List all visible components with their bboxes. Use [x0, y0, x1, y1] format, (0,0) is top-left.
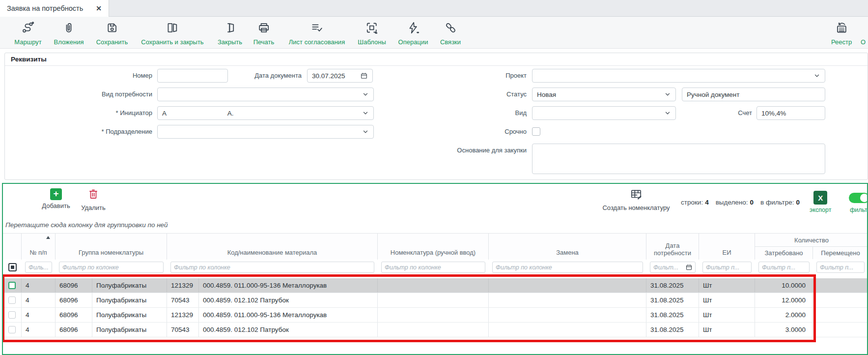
row-checkbox[interactable] [8, 282, 16, 289]
clipped-toolbar-button[interactable]: О [861, 38, 866, 46]
tab-close-icon[interactable]: ✕ [96, 4, 102, 12]
department-select[interactable] [157, 125, 374, 139]
filter-input-replace[interactable] [492, 262, 643, 273]
toggle-knob [860, 194, 868, 202]
cell-material-code: 70543 [167, 293, 199, 307]
column-header-material[interactable]: Код/наименование материала [167, 234, 378, 260]
row-checkbox[interactable] [8, 311, 16, 319]
urgent-label: Срочно [379, 125, 527, 139]
templates-button[interactable]: Шаблоны [358, 21, 386, 46]
cell-num: 4 [22, 293, 56, 307]
cell-unit: Шт [699, 323, 755, 337]
calendar-icon[interactable] [685, 264, 693, 271]
filter-input-requested[interactable] [758, 262, 810, 273]
toolbar-label: Связки [440, 38, 461, 46]
cell-material-name: 000.4859. 011.000-95-136 Металлорукав [199, 308, 378, 322]
purchase-reason-textarea[interactable] [532, 144, 825, 174]
tab-bar: Заявка на потребность ✕ [0, 0, 868, 17]
tab-request[interactable]: Заявка на потребность ✕ [0, 0, 109, 17]
department-label: * Подразделение [5, 125, 152, 139]
cell-group-code: 68096 [56, 278, 92, 293]
select-all-cell[interactable] [3, 259, 22, 275]
route-button[interactable]: Маршрут [14, 21, 41, 46]
quantity-group-label: Количество [755, 234, 868, 247]
add-row-button[interactable]: + Добавить [38, 188, 74, 209]
toolbar-label: Лист согласования [289, 38, 345, 46]
filter-toggle[interactable] [849, 193, 868, 203]
column-header-requested[interactable]: Затребовано [755, 247, 813, 259]
group-drop-zone[interactable]: Перетащите сюда колонку для группировки … [5, 221, 168, 229]
select-all-checkbox[interactable] [8, 263, 17, 271]
table-row[interactable]: 4 68096 Полуфабрикаты 70543 000.4859. 01… [3, 293, 868, 308]
status-select[interactable]: Новая [532, 88, 676, 101]
cell-group-code: 68096 [56, 308, 92, 322]
save-and-close-button[interactable]: Сохранить и закрыть [141, 21, 203, 46]
close-button[interactable]: Закрыть [218, 21, 242, 46]
cell-manual [378, 323, 489, 337]
filter-input-group[interactable] [59, 262, 164, 273]
column-header-manual[interactable]: Номенклатура (ручной ввод) [378, 234, 489, 260]
cell-material-code: 121329 [167, 308, 199, 322]
column-header-date[interactable]: Дата потребности [646, 234, 699, 260]
filter-input-material[interactable] [170, 262, 374, 273]
filter-input-manual[interactable] [381, 262, 485, 273]
approval-sheet-button[interactable]: Лист согласования [289, 21, 345, 46]
printer-icon [257, 21, 271, 36]
positions-grid-panel: + Добавить Удалить Создать номенклатуру … [2, 183, 868, 355]
cell-material-name: 000.4859. 011.000-95-136 Металлорукав [199, 278, 378, 293]
column-header-num[interactable]: № п/п [22, 234, 56, 260]
save-button[interactable]: Сохранить [96, 21, 128, 46]
column-header-replace[interactable]: Замена [489, 234, 646, 260]
cell-manual [378, 293, 489, 307]
column-header-group[interactable]: Группа номенклатуры [56, 234, 167, 260]
urgent-checkbox[interactable] [532, 127, 540, 136]
excel-icon: X [813, 191, 827, 205]
filter-input-moved[interactable] [816, 262, 865, 273]
row-checkbox[interactable] [8, 326, 16, 333]
chevron-down-icon [813, 72, 820, 79]
cell-moved [813, 323, 868, 337]
print-button[interactable]: Печать [253, 21, 275, 46]
toolbar-label: Шаблоны [358, 38, 386, 46]
registry-button[interactable]: Реестр [831, 21, 852, 46]
operations-button[interactable]: Операции [398, 21, 428, 46]
toolbar-label: Вложения [54, 38, 84, 46]
table-row[interactable]: 4 68096 Полуфабрикаты 121329 000.4859. 0… [3, 308, 868, 323]
calendar-icon[interactable] [360, 72, 368, 80]
need-type-select[interactable] [157, 88, 374, 101]
table-edit-icon [630, 188, 643, 203]
purchase-reason-label: Основание для закупки [379, 144, 527, 157]
attachments-button[interactable]: Вложения [54, 21, 84, 46]
initiator-select[interactable]: А А. [157, 106, 374, 120]
cell-material-name: 000.4859. 012.102 Патрубок [199, 323, 378, 337]
trash-icon [87, 188, 99, 202]
filter-input-unit[interactable] [702, 262, 752, 273]
column-header-moved[interactable]: Перемещено [813, 247, 868, 259]
delete-row-button[interactable]: Удалить [78, 188, 109, 211]
template-icon [365, 21, 379, 36]
doc-kind-box[interactable]: Ручной документ [682, 88, 825, 101]
cell-unit: Шт [699, 278, 755, 293]
filter-input-num[interactable] [25, 262, 52, 273]
project-select[interactable] [532, 69, 825, 83]
toolbar-label: Сохранить [96, 38, 128, 46]
cell-replace [489, 323, 646, 337]
door-icon [223, 21, 236, 36]
doc-date-input[interactable]: 30.07.2025 [307, 69, 373, 83]
cell-group-name: Полуфабрикаты [92, 323, 167, 337]
links-button[interactable]: Связки [440, 21, 461, 46]
create-nomenclature-button[interactable]: Создать номенклатуру [595, 188, 677, 211]
row-checkbox[interactable] [8, 296, 16, 304]
cell-moved [813, 278, 868, 293]
export-excel-button[interactable]: X экспорт [810, 191, 831, 213]
account-input[interactable]: 10%,4% [756, 106, 825, 120]
plus-icon: + [50, 188, 62, 200]
toolbar-label: Печать [253, 38, 275, 46]
kind-select[interactable] [532, 106, 676, 120]
table-row[interactable]: 4 68096 Полуфабрикаты 70543 000.4859. 01… [3, 323, 868, 337]
table-row[interactable]: 4 68096 Полуфабрикаты 121329 000.4859. 0… [3, 278, 868, 293]
cell-unit: Шт [699, 293, 755, 307]
column-header-unit[interactable]: ЕИ [699, 234, 755, 260]
save-close-icon [166, 21, 179, 36]
cell-date: 31.08.2025 [646, 323, 699, 337]
